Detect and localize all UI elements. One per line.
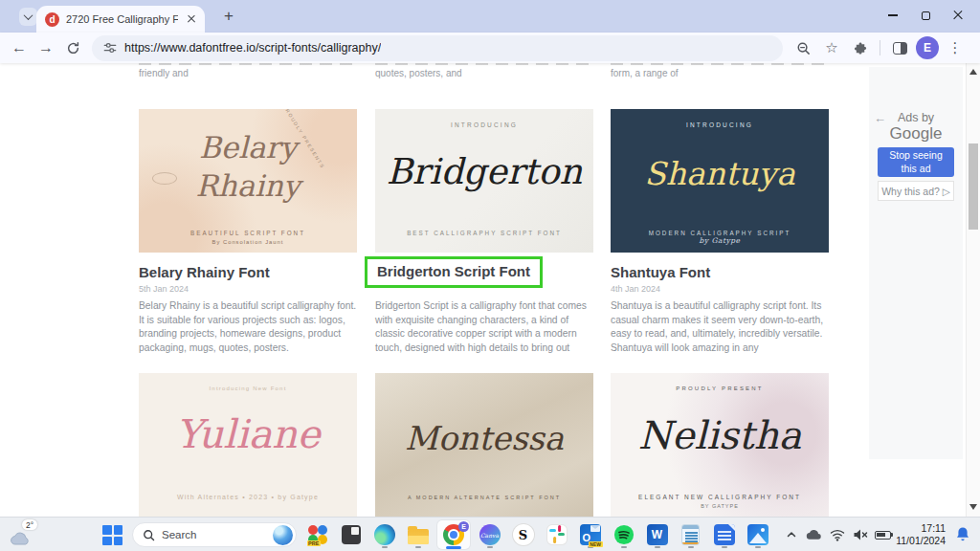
document-app-button[interactable]: [710, 520, 738, 549]
profile-avatar[interactable]: E: [916, 36, 939, 59]
preview-top-text: INTRODUCING: [375, 121, 593, 128]
tab-search-button[interactable]: [19, 8, 37, 26]
browser-tab-active[interactable]: d 2720 Free Calligraphy Fonts - D: [36, 6, 205, 33]
window-close-button[interactable]: [942, 0, 974, 31]
onedrive-tray-button[interactable]: [806, 527, 822, 543]
zoom-indicator-button[interactable]: [791, 35, 815, 60]
font-preview-belary-rhainy[interactable]: PROUDLY PRESENTS Belary Rhainy BEAUTIFUL…: [139, 109, 357, 253]
app-icon-pre[interactable]: PRE: [303, 520, 331, 549]
new-tab-button[interactable]: +: [217, 5, 240, 28]
start-button[interactable]: [102, 525, 122, 545]
font-preview-bridgerton[interactable]: INTRODUCING Bridgerton BEST CALLIGRAPHY …: [375, 109, 593, 253]
spotify-button[interactable]: [610, 520, 637, 549]
system-tray: [783, 520, 891, 549]
highlight-box[interactable]: Bridgerton Script Font: [365, 256, 543, 288]
window-minimize-button[interactable]: [877, 0, 909, 31]
preview-caption: A MODERN ALTERNATE SCRIPT FONT: [375, 495, 593, 500]
forward-button[interactable]: →: [33, 34, 59, 61]
clipped-text-row: [375, 63, 593, 65]
volume-muted-tray-button[interactable]: [852, 527, 868, 543]
chrome-button-active[interactable]: E: [437, 520, 470, 549]
scroll-down-arrow[interactable]: [969, 504, 977, 510]
taskbar-search-box[interactable]: Search: [132, 522, 297, 547]
colorful-app-icon: PRE: [307, 524, 328, 545]
page-scrollbar[interactable]: [966, 63, 980, 517]
preview-script-word: Yuliane: [139, 411, 357, 457]
chrome-profile-badge: E: [458, 521, 469, 532]
windows-taskbar: 2° Search PRE E Canva S: [0, 517, 980, 551]
scroll-up-arrow[interactable]: [969, 69, 977, 75]
notifications-button[interactable]: [955, 526, 970, 546]
bing-search-icon: [273, 525, 293, 545]
canva-icon: Canva: [479, 524, 501, 545]
toolbar-divider: [880, 40, 880, 55]
dark-app-icon: [342, 525, 361, 544]
font-preview-montessa[interactable]: Montessa A MODERN ALTERNATE SCRIPT FONT: [375, 373, 593, 517]
reload-button[interactable]: [59, 34, 86, 61]
chevron-up-icon: [786, 529, 797, 540]
site-favicon: d: [45, 12, 59, 27]
word-icon: W: [647, 524, 668, 545]
back-button[interactable]: ←: [6, 34, 33, 61]
notepad-button[interactable]: [677, 520, 704, 549]
minimize-icon: [888, 14, 898, 15]
preview-script-word: Montessa: [375, 419, 593, 457]
why-this-ad-button[interactable]: Why this ad? ▷: [878, 181, 954, 201]
font-title-link-shantuya[interactable]: Shantuya Font: [611, 264, 710, 280]
edge-button[interactable]: [370, 520, 398, 549]
font-preview-shantuya[interactable]: INTRODUCING Shantuya MODERN CALLIGRAPHY …: [611, 109, 829, 253]
scrollbar-thumb[interactable]: [969, 143, 978, 230]
window-maximize-button[interactable]: [909, 0, 942, 31]
bell-icon: [955, 526, 970, 542]
stop-seeing-ad-button[interactable]: Stop seeing this ad: [878, 147, 954, 177]
leftover-description-text: form, a range of: [611, 68, 679, 78]
spotify-icon: [613, 524, 635, 545]
ad-attribution-line2: Google: [869, 124, 963, 143]
preview-script-word: Bridgerton: [375, 151, 593, 192]
preview-caption: ELEGANT NEW CALLIGRAPHY FONT: [611, 494, 829, 500]
preview-subcaption: by Gatype: [611, 236, 829, 245]
browser-menu-button[interactable]: ⋮: [943, 35, 968, 60]
preview-top-text: INTRODUCING: [611, 121, 829, 128]
font-title-link-bridgerton[interactable]: Bridgerton Script Font: [377, 263, 530, 279]
address-bar[interactable]: https://www.dafontfree.io/script-fonts/c…: [92, 35, 783, 61]
preview-subcaption: By Consolation Jaunt: [139, 239, 357, 245]
s-app-button[interactable]: S: [509, 520, 537, 549]
bookmark-star-button[interactable]: ☆: [819, 35, 844, 60]
dark-app-button[interactable]: [337, 520, 365, 549]
preview-caption: With Alternates • 2023 • by Gatype: [139, 494, 357, 500]
slack-button[interactable]: [543, 520, 570, 549]
outlook-icon: O NEW: [580, 524, 601, 545]
browser-toolbar: ← → https://www.dafontfree.io/script-fon…: [0, 33, 980, 63]
envelope-icon: [590, 525, 600, 532]
ad-attribution-line1: Ads by: [869, 111, 963, 124]
photos-button[interactable]: [744, 520, 771, 549]
word-button[interactable]: W: [643, 520, 671, 549]
taskbar-app-icons: PRE E Canva S O NEW: [303, 520, 771, 549]
wifi-tray-button[interactable]: [829, 527, 845, 543]
weather-cloud-icon: [10, 532, 33, 545]
windows-logo-icon: [102, 525, 112, 535]
clipped-text-row: [611, 63, 829, 65]
font-description: Shantuya is a beautiful calligraphy scri…: [611, 299, 835, 355]
font-title-link-belary[interactable]: Belary Rhainy Font: [139, 264, 270, 280]
photos-icon: [747, 524, 768, 545]
font-preview-nelistha[interactable]: PROUDLY PRESENT Nelistha ELEGANT NEW CAL…: [611, 373, 829, 517]
wifi-icon: [830, 528, 845, 541]
side-panel-button[interactable]: [887, 35, 912, 60]
folder-icon: [408, 529, 429, 544]
weather-widget[interactable]: 2°: [8, 519, 50, 550]
taskbar-clock[interactable]: 17:11 11/01/2024: [884, 522, 946, 547]
tab-close-icon[interactable]: [185, 12, 198, 26]
font-preview-yuliane[interactable]: Introducing New Font Yuliane With Altern…: [139, 373, 357, 517]
pre-badge: PRE: [307, 540, 321, 546]
document-app-icon: [714, 524, 735, 545]
reload-icon: [66, 41, 80, 55]
tray-overflow-button[interactable]: [783, 527, 799, 543]
site-settings-icon: [103, 41, 117, 55]
extensions-button[interactable]: [848, 35, 873, 60]
outlook-button[interactable]: O NEW: [576, 520, 604, 549]
leftover-description-text: friendly and: [139, 68, 189, 78]
file-explorer-button[interactable]: [404, 520, 432, 549]
canva-button[interactable]: Canva: [476, 520, 503, 549]
